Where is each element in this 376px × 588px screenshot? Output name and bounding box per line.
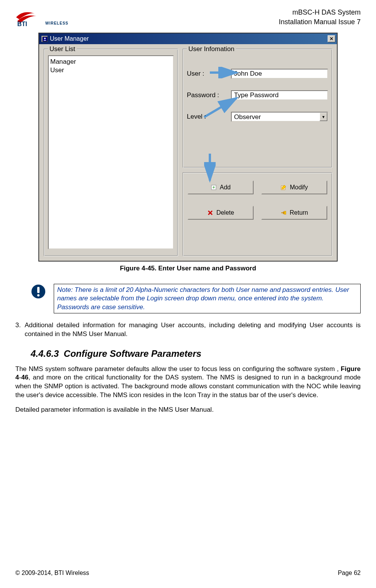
alert-icon xyxy=(31,284,46,299)
window-icon xyxy=(41,36,48,42)
section-title: Configure Software Parameters xyxy=(64,348,201,359)
svg-point-2 xyxy=(44,38,46,39)
page-footer: © 2009-2014, BTI Wireless Page 62 xyxy=(15,570,361,576)
add-icon: + xyxy=(211,184,217,190)
level-label: Level : xyxy=(187,113,231,121)
svg-point-12 xyxy=(37,294,40,296)
user-listbox[interactable]: Manager User xyxy=(48,55,174,249)
password-label: Password : xyxy=(187,91,231,99)
section-paragraph-1: The NMS system software parameter defaul… xyxy=(15,365,361,400)
logo: BTI WIRELESS xyxy=(15,8,68,27)
svg-rect-11 xyxy=(37,287,40,293)
page-number: Page 62 xyxy=(338,570,361,576)
level-value: Observer xyxy=(232,113,320,121)
password-input[interactable] xyxy=(231,90,328,100)
figure-caption: Figure 4-45. Enter User name and Passwor… xyxy=(15,265,361,272)
user-info-group: User Infomation User : Password : Level … xyxy=(183,49,332,168)
logo-text: WIRELESS xyxy=(45,21,68,25)
header-text: mBSC-H DAS System Installation Manual Is… xyxy=(279,8,361,27)
user-list-title: User List xyxy=(48,45,77,53)
note-text: Note: There is a limit of 20 Alpha-Numer… xyxy=(54,284,361,313)
svg-text:BTI: BTI xyxy=(17,21,27,27)
return-icon xyxy=(280,210,287,216)
close-button[interactable]: ✕ xyxy=(328,35,335,42)
page-header: BTI WIRELESS mBSC-H DAS System Installat… xyxy=(15,8,361,27)
modify-label: Modify xyxy=(290,184,308,191)
user-list-group: User List Manager User xyxy=(44,49,178,256)
user-manager-dialog: User Manager ✕ User List Manager User Us… xyxy=(38,33,338,262)
doc-subtitle: Installation Manual Issue 7 xyxy=(279,17,361,27)
logo-icon: BTI xyxy=(15,8,42,27)
user-info-title: User Infomation xyxy=(187,45,236,53)
list-number: 3. xyxy=(15,321,21,339)
add-label: Add xyxy=(220,184,231,191)
paragraph-3: 3. Additional detailed information for m… xyxy=(15,321,361,339)
user-input[interactable] xyxy=(231,69,328,79)
add-button[interactable]: + Add xyxy=(188,181,254,194)
note-block: Note: There is a limit of 20 Alpha-Numer… xyxy=(31,284,361,313)
return-button[interactable]: Return xyxy=(261,206,327,220)
chevron-down-icon: ▼ xyxy=(320,113,327,121)
level-select[interactable]: Observer ▼ xyxy=(231,112,328,122)
close-icon: ✕ xyxy=(330,36,333,41)
section-paragraph-2: Detailed parameter information is availa… xyxy=(15,406,361,414)
window-title: User Manager xyxy=(50,35,89,42)
modify-button[interactable]: Modify xyxy=(261,181,327,194)
section-heading: 4.4.6.3 Configure Software Parameters xyxy=(31,348,361,359)
delete-icon xyxy=(207,210,213,216)
return-label: Return xyxy=(290,209,308,216)
doc-title: mBSC-H DAS System xyxy=(279,8,361,17)
section-number: 4.4.6.3 xyxy=(31,348,59,359)
user-label: User : xyxy=(187,70,231,78)
modify-icon xyxy=(280,184,287,190)
copyright: © 2009-2014, BTI Wireless xyxy=(15,570,89,576)
svg-rect-9 xyxy=(284,211,286,214)
list-item[interactable]: User xyxy=(50,66,172,75)
svg-text:+: + xyxy=(212,185,215,190)
buttons-group: + Add Modify Delete xyxy=(183,172,332,256)
delete-button[interactable]: Delete xyxy=(188,206,254,220)
delete-label: Delete xyxy=(216,209,234,216)
titlebar: User Manager ✕ xyxy=(39,33,337,44)
list-text: Additional detailed information for mana… xyxy=(25,321,361,339)
list-item[interactable]: Manager xyxy=(50,58,172,66)
